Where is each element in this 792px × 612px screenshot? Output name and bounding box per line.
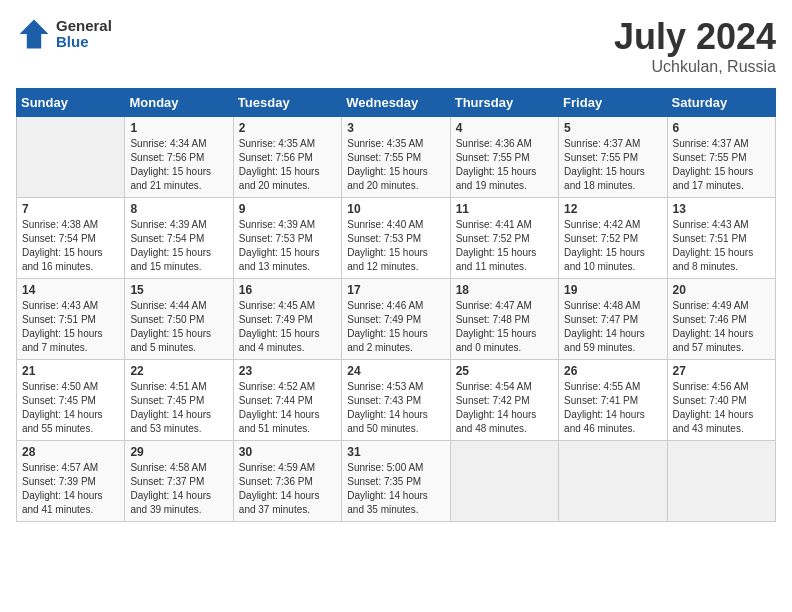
week-row-3: 14Sunrise: 4:43 AM Sunset: 7:51 PM Dayli…	[17, 279, 776, 360]
day-number: 28	[22, 445, 119, 459]
day-info: Sunrise: 4:35 AM Sunset: 7:56 PM Dayligh…	[239, 137, 336, 193]
day-info: Sunrise: 4:39 AM Sunset: 7:53 PM Dayligh…	[239, 218, 336, 274]
day-number: 29	[130, 445, 227, 459]
header-row: SundayMondayTuesdayWednesdayThursdayFrid…	[17, 89, 776, 117]
day-info: Sunrise: 4:35 AM Sunset: 7:55 PM Dayligh…	[347, 137, 444, 193]
day-info: Sunrise: 4:44 AM Sunset: 7:50 PM Dayligh…	[130, 299, 227, 355]
day-info: Sunrise: 4:54 AM Sunset: 7:42 PM Dayligh…	[456, 380, 553, 436]
calendar-cell: 29Sunrise: 4:58 AM Sunset: 7:37 PM Dayli…	[125, 441, 233, 522]
calendar-cell: 30Sunrise: 4:59 AM Sunset: 7:36 PM Dayli…	[233, 441, 341, 522]
calendar-cell	[450, 441, 558, 522]
calendar-cell: 20Sunrise: 4:49 AM Sunset: 7:46 PM Dayli…	[667, 279, 775, 360]
calendar-cell: 28Sunrise: 4:57 AM Sunset: 7:39 PM Dayli…	[17, 441, 125, 522]
day-info: Sunrise: 4:36 AM Sunset: 7:55 PM Dayligh…	[456, 137, 553, 193]
title-area: July 2024 Uchkulan, Russia	[614, 16, 776, 76]
day-number: 3	[347, 121, 444, 135]
week-row-1: 1Sunrise: 4:34 AM Sunset: 7:56 PM Daylig…	[17, 117, 776, 198]
day-info: Sunrise: 4:59 AM Sunset: 7:36 PM Dayligh…	[239, 461, 336, 517]
day-info: Sunrise: 4:45 AM Sunset: 7:49 PM Dayligh…	[239, 299, 336, 355]
day-number: 15	[130, 283, 227, 297]
page-header: General Blue July 2024 Uchkulan, Russia	[16, 16, 776, 76]
calendar-subtitle: Uchkulan, Russia	[614, 58, 776, 76]
day-number: 14	[22, 283, 119, 297]
calendar-cell: 15Sunrise: 4:44 AM Sunset: 7:50 PM Dayli…	[125, 279, 233, 360]
day-info: Sunrise: 4:49 AM Sunset: 7:46 PM Dayligh…	[673, 299, 770, 355]
logo-icon	[16, 16, 52, 52]
day-info: Sunrise: 4:34 AM Sunset: 7:56 PM Dayligh…	[130, 137, 227, 193]
day-info: Sunrise: 5:00 AM Sunset: 7:35 PM Dayligh…	[347, 461, 444, 517]
logo: General Blue	[16, 16, 112, 52]
day-info: Sunrise: 4:41 AM Sunset: 7:52 PM Dayligh…	[456, 218, 553, 274]
day-info: Sunrise: 4:56 AM Sunset: 7:40 PM Dayligh…	[673, 380, 770, 436]
day-info: Sunrise: 4:55 AM Sunset: 7:41 PM Dayligh…	[564, 380, 661, 436]
day-number: 30	[239, 445, 336, 459]
day-number: 6	[673, 121, 770, 135]
calendar-cell: 1Sunrise: 4:34 AM Sunset: 7:56 PM Daylig…	[125, 117, 233, 198]
header-monday: Monday	[125, 89, 233, 117]
calendar-cell: 26Sunrise: 4:55 AM Sunset: 7:41 PM Dayli…	[559, 360, 667, 441]
week-row-5: 28Sunrise: 4:57 AM Sunset: 7:39 PM Dayli…	[17, 441, 776, 522]
week-row-2: 7Sunrise: 4:38 AM Sunset: 7:54 PM Daylig…	[17, 198, 776, 279]
calendar-cell: 8Sunrise: 4:39 AM Sunset: 7:54 PM Daylig…	[125, 198, 233, 279]
calendar-cell: 22Sunrise: 4:51 AM Sunset: 7:45 PM Dayli…	[125, 360, 233, 441]
calendar-cell: 27Sunrise: 4:56 AM Sunset: 7:40 PM Dayli…	[667, 360, 775, 441]
day-number: 9	[239, 202, 336, 216]
svg-marker-0	[20, 20, 49, 49]
logo-general: General	[56, 18, 112, 35]
day-info: Sunrise: 4:48 AM Sunset: 7:47 PM Dayligh…	[564, 299, 661, 355]
day-number: 22	[130, 364, 227, 378]
day-number: 2	[239, 121, 336, 135]
calendar-cell: 9Sunrise: 4:39 AM Sunset: 7:53 PM Daylig…	[233, 198, 341, 279]
day-number: 27	[673, 364, 770, 378]
day-info: Sunrise: 4:38 AM Sunset: 7:54 PM Dayligh…	[22, 218, 119, 274]
day-number: 8	[130, 202, 227, 216]
header-sunday: Sunday	[17, 89, 125, 117]
week-row-4: 21Sunrise: 4:50 AM Sunset: 7:45 PM Dayli…	[17, 360, 776, 441]
logo-blue: Blue	[56, 34, 112, 51]
calendar-cell: 19Sunrise: 4:48 AM Sunset: 7:47 PM Dayli…	[559, 279, 667, 360]
day-number: 26	[564, 364, 661, 378]
day-info: Sunrise: 4:51 AM Sunset: 7:45 PM Dayligh…	[130, 380, 227, 436]
day-info: Sunrise: 4:43 AM Sunset: 7:51 PM Dayligh…	[673, 218, 770, 274]
day-info: Sunrise: 4:46 AM Sunset: 7:49 PM Dayligh…	[347, 299, 444, 355]
day-info: Sunrise: 4:37 AM Sunset: 7:55 PM Dayligh…	[673, 137, 770, 193]
day-number: 31	[347, 445, 444, 459]
day-number: 16	[239, 283, 336, 297]
day-number: 4	[456, 121, 553, 135]
day-number: 10	[347, 202, 444, 216]
calendar-title: July 2024	[614, 16, 776, 58]
day-number: 25	[456, 364, 553, 378]
day-info: Sunrise: 4:47 AM Sunset: 7:48 PM Dayligh…	[456, 299, 553, 355]
header-friday: Friday	[559, 89, 667, 117]
day-info: Sunrise: 4:37 AM Sunset: 7:55 PM Dayligh…	[564, 137, 661, 193]
logo-text: General Blue	[56, 18, 112, 51]
calendar-cell: 25Sunrise: 4:54 AM Sunset: 7:42 PM Dayli…	[450, 360, 558, 441]
calendar-cell: 6Sunrise: 4:37 AM Sunset: 7:55 PM Daylig…	[667, 117, 775, 198]
day-number: 21	[22, 364, 119, 378]
day-number: 13	[673, 202, 770, 216]
day-number: 17	[347, 283, 444, 297]
day-number: 1	[130, 121, 227, 135]
day-info: Sunrise: 4:39 AM Sunset: 7:54 PM Dayligh…	[130, 218, 227, 274]
calendar-cell: 5Sunrise: 4:37 AM Sunset: 7:55 PM Daylig…	[559, 117, 667, 198]
day-number: 23	[239, 364, 336, 378]
day-info: Sunrise: 4:40 AM Sunset: 7:53 PM Dayligh…	[347, 218, 444, 274]
header-tuesday: Tuesday	[233, 89, 341, 117]
calendar-cell: 13Sunrise: 4:43 AM Sunset: 7:51 PM Dayli…	[667, 198, 775, 279]
calendar-cell: 7Sunrise: 4:38 AM Sunset: 7:54 PM Daylig…	[17, 198, 125, 279]
day-info: Sunrise: 4:58 AM Sunset: 7:37 PM Dayligh…	[130, 461, 227, 517]
calendar-table: SundayMondayTuesdayWednesdayThursdayFrid…	[16, 88, 776, 522]
calendar-cell: 21Sunrise: 4:50 AM Sunset: 7:45 PM Dayli…	[17, 360, 125, 441]
calendar-cell: 31Sunrise: 5:00 AM Sunset: 7:35 PM Dayli…	[342, 441, 450, 522]
calendar-cell	[667, 441, 775, 522]
calendar-cell: 17Sunrise: 4:46 AM Sunset: 7:49 PM Dayli…	[342, 279, 450, 360]
calendar-cell: 4Sunrise: 4:36 AM Sunset: 7:55 PM Daylig…	[450, 117, 558, 198]
calendar-cell: 24Sunrise: 4:53 AM Sunset: 7:43 PM Dayli…	[342, 360, 450, 441]
calendar-cell: 11Sunrise: 4:41 AM Sunset: 7:52 PM Dayli…	[450, 198, 558, 279]
day-info: Sunrise: 4:50 AM Sunset: 7:45 PM Dayligh…	[22, 380, 119, 436]
day-number: 11	[456, 202, 553, 216]
header-saturday: Saturday	[667, 89, 775, 117]
day-info: Sunrise: 4:52 AM Sunset: 7:44 PM Dayligh…	[239, 380, 336, 436]
calendar-cell: 18Sunrise: 4:47 AM Sunset: 7:48 PM Dayli…	[450, 279, 558, 360]
day-number: 19	[564, 283, 661, 297]
